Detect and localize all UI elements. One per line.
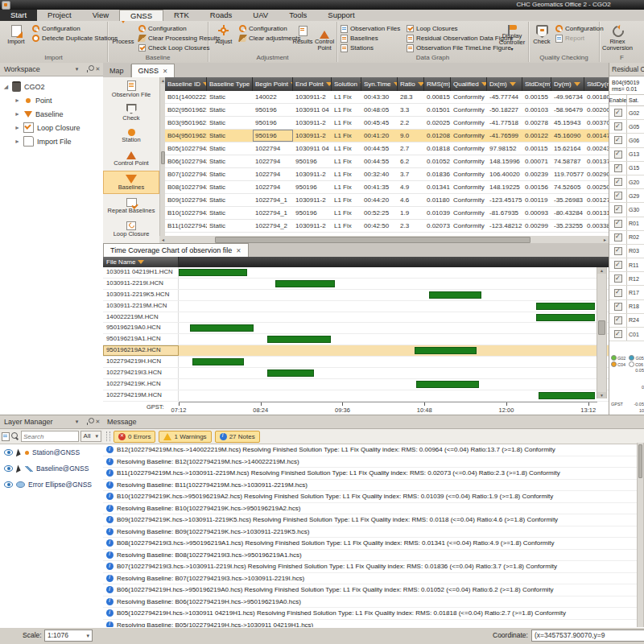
rinex-conversion-button[interactable]: Rinex Conversion — [601, 23, 634, 52]
adjust-button[interactable]: Adjust — [209, 23, 238, 52]
clear-adjustments-button[interactable]: Clear adjustments — [239, 35, 300, 42]
layer-filter-dropdown[interactable]: All — [80, 431, 101, 442]
baselines-button[interactable]: Baselines — [341, 35, 400, 42]
scale-dropdown[interactable]: 1:1076 — [44, 630, 93, 642]
panel-menu-icon[interactable] — [73, 418, 80, 425]
message-row[interactable]: Resolving Baseline: B06(1022794219H.hcs-… — [103, 597, 644, 609]
close-icon[interactable]: ✕ — [163, 68, 167, 75]
layer-item-error-ellipse-gnss[interactable]: Error Ellipse@GNSS — [0, 477, 103, 493]
message-row[interactable]: Resolving Baseline: B10(1022794219K.hcs-… — [103, 503, 644, 515]
report-button[interactable]: Report — [555, 35, 604, 42]
message-row[interactable]: B07(1022794219I3.hcs->1030911-2219I.hcs)… — [103, 561, 644, 573]
layer-item-station-gnss[interactable]: Station@GNSS — [0, 444, 103, 460]
tree-node-baseline[interactable]: ►Baseline — [3, 107, 103, 121]
message-row[interactable]: B08(1022794219I3.hcs->950196219A1.hcs) R… — [103, 538, 644, 550]
chart-file-row[interactable]: 950196219A1.HCN — [103, 334, 609, 345]
tree-node-root[interactable]: ◢CGO2 — [3, 80, 103, 93]
scroll-down-icon[interactable] — [597, 392, 606, 398]
column-header-dx-m-[interactable]: Dx(m) — [487, 77, 522, 91]
menu-tab-roads[interactable]: Roads — [200, 10, 242, 21]
table-row[interactable]: B01(140022219Static1400221030911-2L1 Fix… — [165, 91, 609, 104]
column-header-baseline-id[interactable]: Baseline ID — [165, 77, 207, 91]
menu-tab-tools[interactable]: Tools — [279, 10, 317, 21]
tool-control-point[interactable]: Control Point — [103, 147, 159, 171]
observation-file-timeline-figure-button[interactable]: Observation File TimeLine Figure — [407, 44, 514, 52]
check-button[interactable]: Check — [530, 23, 554, 52]
checkbox-checked-icon[interactable] — [614, 109, 622, 117]
menu-tab-uav[interactable]: UAV — [242, 10, 279, 21]
badge-warn[interactable]: 1 Warnings — [159, 431, 211, 443]
message-row[interactable]: B10(1022794219K.hcs->950196219A2.hcs) Re… — [103, 491, 644, 503]
column-header-dy-m-[interactable]: Dy(m) — [551, 77, 584, 91]
chart-file-row[interactable]: 1030911-2219M.HCN — [103, 301, 609, 312]
coordinate-field[interactable]: (x=3457537.90070,y=9 — [531, 630, 644, 642]
column-header-ratio[interactable]: Ratio — [398, 77, 424, 91]
message-row[interactable]: B12(1022794219M.hcs->140022219M.hcs) Res… — [103, 444, 644, 456]
column-header-syn-time[interactable]: Syn.Time — [361, 77, 398, 91]
tab-map[interactable]: Map — [103, 64, 131, 77]
checkbox-checked-icon[interactable] — [614, 233, 622, 242]
adjustment-configuration-button[interactable]: Configuration — [239, 25, 300, 32]
chart-file-row[interactable]: 1022794219H.HCN — [103, 357, 609, 368]
results-button[interactable]: Results — [292, 23, 313, 52]
menu-tab-support[interactable]: Support — [317, 10, 365, 21]
tree-node-point[interactable]: ►Point — [3, 93, 103, 107]
filter-icon[interactable] — [481, 82, 487, 86]
checkbox-checked-icon[interactable] — [614, 330, 622, 338]
table-row[interactable]: B06(102279421Static1022794950196L1 Fix00… — [165, 155, 609, 168]
message-row[interactable]: Resolving Baseline: B07(1022794219I3.hcs… — [103, 573, 644, 585]
message-row[interactable]: Resolving Baseline: B12(1022794219M.hcs-… — [103, 456, 644, 469]
pin-icon[interactable] — [84, 65, 91, 72]
loop-closures-button[interactable]: Loop Closures — [407, 25, 514, 32]
visibility-eye-icon[interactable] — [4, 449, 13, 456]
chart-file-row[interactable]: 1030911-2219I.HCN — [103, 279, 609, 290]
chart-file-row[interactable]: 1030911-2219K5.HCN — [103, 290, 609, 301]
tree-node-import-file[interactable]: ►Import File — [3, 134, 103, 148]
table-row[interactable]: B08(102279421Static1022794950196L1 Fix00… — [165, 181, 609, 194]
checkbox-checked-icon[interactable] — [614, 289, 622, 297]
file-name-column-header[interactable]: File Name — [103, 257, 179, 267]
search-icon[interactable] — [11, 432, 19, 441]
checkbox-checked-icon[interactable] — [614, 122, 622, 130]
table-row[interactable]: B02(950196219Static9501961030911 04L1 Fi… — [165, 104, 609, 117]
scroll-up-icon[interactable] — [597, 267, 606, 274]
filter-icon[interactable] — [326, 82, 332, 86]
badge-note[interactable]: 27 Notes — [215, 431, 260, 443]
detect-duplicate-stations-button[interactable]: Detecte Duplicate Stations — [32, 35, 118, 42]
collapse-arrow-icon[interactable]: ► — [14, 138, 20, 144]
new-layer-icon[interactable] — [2, 432, 10, 441]
close-icon[interactable]: ✕ — [236, 247, 241, 254]
filter-icon[interactable] — [138, 260, 144, 264]
chart-file-row[interactable]: 1022794219I3.HCN — [103, 368, 609, 379]
chart-file-row[interactable]: 950196219A0.HCN — [103, 323, 609, 334]
table-row[interactable]: B04(950196219Static9501961030911-2L1 Fix… — [165, 130, 609, 142]
message-row[interactable]: Resolving Baseline: B08(1022794219I3.hcs… — [103, 550, 644, 562]
filter-icon[interactable] — [510, 82, 516, 86]
message-row[interactable]: Resolving Baseline: B09(1022794219K.hcs-… — [103, 526, 644, 539]
process-button[interactable]: Process — [109, 23, 138, 52]
display-controller-button[interactable]: Display Controller ▾ — [498, 23, 526, 52]
scroll-right-icon[interactable] — [601, 237, 609, 242]
stations-button[interactable]: Stations — [341, 44, 400, 52]
checkbox-checked-icon[interactable] — [614, 164, 622, 172]
collapse-arrow-icon[interactable]: ► — [14, 125, 20, 130]
column-header-stddx-m-[interactable]: StdDx(m) — [522, 77, 551, 91]
table-row[interactable]: B05(102279421Static10227941030911 04L1 F… — [165, 142, 609, 155]
tab-gnss[interactable]: GNSS✕ — [131, 64, 175, 77]
message-row[interactable]: B06(1022794219H.hcs->950196219A0.hcs) Re… — [103, 584, 644, 597]
badge-err[interactable]: 0 Errors — [114, 431, 155, 443]
import-button[interactable]: Import — [2, 23, 31, 52]
table-row[interactable]: B09(102279421Static1022794_11030911-2L1 … — [165, 194, 609, 207]
observation-files-button[interactable]: Observation Files — [341, 25, 400, 32]
tool-check[interactable]: Check — [103, 101, 159, 124]
expand-icon[interactable]: ◢ — [3, 84, 9, 90]
tool-observion-file[interactable]: Observion File — [103, 77, 159, 101]
checkbox-checked-icon[interactable] — [614, 261, 622, 269]
message-row[interactable]: B09(1022794219K.hcs->1030911-2219K5.hcs)… — [103, 514, 644, 526]
message-row[interactable]: B11(1022794219M.hcs->1030911-2219M.hcs) … — [103, 468, 644, 480]
tool-station[interactable]: Station — [103, 124, 159, 147]
tool-repeat-baselines[interactable]: Repeat Baselines — [103, 194, 159, 217]
table-row[interactable]: B11(102279421Static1022794_21030911-2L1 … — [165, 220, 609, 233]
checkbox-checked-icon[interactable] — [614, 136, 622, 144]
menu-tab-project[interactable]: Project — [37, 10, 82, 21]
